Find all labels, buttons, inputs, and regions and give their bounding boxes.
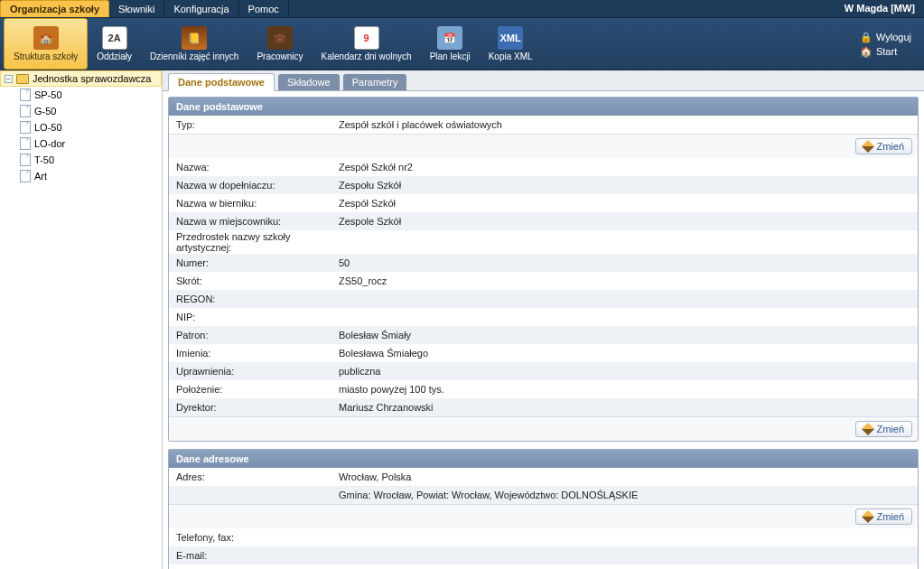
field-label: Adres: bbox=[176, 471, 339, 482]
menu-slowniki[interactable]: Słowniki bbox=[109, 0, 164, 17]
class-icon: 2A bbox=[102, 26, 127, 50]
field-label: Nazwa w dopełniaczu: bbox=[176, 180, 339, 191]
zmien-label: Zmień bbox=[876, 141, 904, 152]
data-row: NIP: bbox=[169, 308, 918, 326]
tree-item[interactable]: Art bbox=[20, 168, 162, 184]
tree-root[interactable]: − Jednostka sprawozdawcza bbox=[0, 70, 162, 87]
field-value: Zespół Szkół nr2 bbox=[339, 162, 910, 173]
subtab-dane-podstawowe[interactable]: Dane podstawowe bbox=[168, 73, 275, 91]
ribbon-pracownicy[interactable]: 💼 Pracownicy bbox=[247, 18, 312, 70]
field-label: Patron: bbox=[176, 330, 339, 340]
ribbon-kalendarz[interactable]: 9 Kalendarz dni wolnych bbox=[313, 18, 421, 70]
pencil-icon bbox=[862, 510, 874, 523]
tree-item[interactable]: LO-50 bbox=[20, 119, 162, 135]
field-value: Zespołu Szkół bbox=[339, 180, 910, 191]
field-value: miasto powyżej 100 tys. bbox=[339, 384, 910, 395]
folder-icon bbox=[16, 74, 29, 84]
current-user: W Magda [MW] bbox=[835, 0, 924, 17]
panel-dane-adresowe: Dane adresowe Adres:Wrocław, PolskaGmina… bbox=[168, 449, 919, 569]
panel-header: Dane adresowe bbox=[169, 450, 918, 468]
menu-organizacja[interactable]: Organizacja szkoły bbox=[0, 0, 109, 17]
data-row: Położenie:miasto powyżej 100 tys. bbox=[169, 380, 918, 398]
zmien-button[interactable]: Zmień bbox=[855, 508, 912, 525]
tree-item[interactable]: G-50 bbox=[20, 103, 162, 119]
document-icon bbox=[20, 105, 31, 117]
data-row: Dyrektor:Mariusz Chrzanowski bbox=[169, 398, 918, 416]
subtabs: Dane podstawowe Składowe Parametry bbox=[163, 70, 924, 91]
data-row: Uprawnienia:publiczna bbox=[169, 362, 918, 380]
building-icon: 🏫 bbox=[33, 26, 59, 50]
field-value: 50 bbox=[339, 257, 910, 268]
data-row: Numer:50 bbox=[169, 254, 918, 272]
field-label: Dyrektor: bbox=[176, 402, 339, 413]
data-row: Telefony, fax: bbox=[169, 528, 918, 546]
subtab-skladowe[interactable]: Składowe bbox=[278, 74, 340, 90]
right-panel: Dane podstawowe Składowe Parametry Dane … bbox=[163, 70, 924, 569]
field-label: Uprawnienia: bbox=[176, 366, 339, 377]
zmien-label: Zmień bbox=[876, 511, 904, 522]
journal-icon: 📒 bbox=[182, 26, 207, 50]
data-row: Nazwa:Zespół Szkół nr2 bbox=[169, 158, 918, 176]
tree-item[interactable]: SP-50 bbox=[20, 87, 162, 103]
tree-item-label: T-50 bbox=[34, 154, 54, 165]
field-label: Telefony, fax: bbox=[176, 532, 339, 543]
data-row: Adres:Wrocław, Polska bbox=[169, 468, 918, 486]
ribbon-struktura-szkoly[interactable]: 🏫 Struktura szkoły bbox=[4, 18, 88, 70]
ribbon-label: Oddziały bbox=[97, 51, 132, 61]
menu-pomoc[interactable]: Pomoc bbox=[239, 0, 289, 17]
tree-item-label: G-50 bbox=[34, 106, 56, 117]
logout-label: Wyloguj bbox=[876, 32, 911, 42]
field-label: Nazwa w bierniku: bbox=[176, 198, 339, 209]
ribbon-label: Struktura szkoły bbox=[14, 51, 78, 61]
field-value: Bolesław Śmiały bbox=[339, 330, 910, 340]
pencil-icon bbox=[862, 140, 874, 153]
subtab-parametry[interactable]: Parametry bbox=[343, 74, 407, 90]
start-label: Start bbox=[876, 46, 897, 57]
ribbon-oddzialy[interactable]: 2A Oddziały bbox=[88, 18, 141, 70]
tree-panel: − Jednostka sprawozdawcza SP-50G-50LO-50… bbox=[0, 70, 163, 569]
field-value: Mariusz Chrzanowski bbox=[339, 402, 910, 413]
logout-link[interactable]: 🔒 Wyloguj bbox=[860, 32, 911, 42]
panel-dane-podstawowe: Dane podstawowe Typ:Zespół szkół i placó… bbox=[168, 97, 919, 442]
ribbon-dzienniki[interactable]: 📒 Dzienniki zajęć innych bbox=[141, 18, 247, 70]
pencil-icon bbox=[862, 423, 874, 435]
tree-root-label: Jednostka sprawozdawcza bbox=[33, 73, 151, 84]
document-icon bbox=[20, 170, 31, 182]
ribbon-right-actions: 🔒 Wyloguj 🏠 Start bbox=[860, 32, 920, 57]
ribbon-kopia-xml[interactable]: XML Kopia XML bbox=[480, 18, 542, 70]
field-value: ZS50_rocz bbox=[339, 275, 910, 286]
field-value: Zespół Szkół bbox=[339, 198, 910, 209]
ribbon-label: Dzienniki zajęć innych bbox=[150, 51, 238, 61]
collapse-icon[interactable]: − bbox=[5, 75, 13, 83]
start-link[interactable]: 🏠 Start bbox=[860, 46, 911, 57]
menu-konfiguracja[interactable]: Konfiguracja bbox=[164, 0, 238, 17]
field-label: Numer: bbox=[176, 257, 339, 268]
data-row: Gmina: Wrocław, Powiat: Wrocław, Wojewód… bbox=[169, 486, 918, 504]
zmien-label: Zmień bbox=[876, 424, 904, 434]
tree-item-label: LO-dor bbox=[34, 138, 65, 149]
calendar-icon: 9 bbox=[354, 26, 379, 50]
home-icon: 🏠 bbox=[860, 46, 871, 57]
field-label: Typ: bbox=[176, 119, 339, 130]
field-value: publiczna bbox=[339, 366, 910, 377]
ribbon-label: Pracownicy bbox=[257, 51, 303, 61]
schedule-icon: 📅 bbox=[437, 26, 462, 50]
data-row: Nazwa w miejscowniku:Zespole Szkół bbox=[169, 212, 918, 230]
data-row: Przedrostek nazwy szkoły artystycznej: bbox=[169, 230, 918, 254]
tree-item-label: Art bbox=[34, 171, 47, 182]
field-value: Gmina: Wrocław, Powiat: Wrocław, Wojewód… bbox=[339, 490, 910, 500]
ribbon-plan[interactable]: 📅 Plan lekcji bbox=[421, 18, 480, 70]
tree-item[interactable]: T-50 bbox=[20, 152, 162, 168]
zmien-button[interactable]: Zmień bbox=[855, 138, 912, 154]
ribbon-label: Kopia XML bbox=[489, 51, 533, 61]
field-label: Przedrostek nazwy szkoły artystycznej: bbox=[176, 231, 339, 253]
data-row: Strona www: bbox=[169, 564, 918, 569]
field-label: Imienia: bbox=[176, 348, 339, 359]
tree-item[interactable]: LO-dor bbox=[20, 135, 162, 152]
ribbon-toolbar: 🏫 Struktura szkoły 2A Oddziały 📒 Dzienni… bbox=[0, 18, 924, 70]
document-icon bbox=[20, 89, 31, 101]
data-row: Skrót:ZS50_rocz bbox=[169, 272, 918, 290]
panel-header: Dane podstawowe bbox=[169, 98, 918, 116]
data-row: REGON: bbox=[169, 290, 918, 308]
zmien-button[interactable]: Zmień bbox=[855, 421, 912, 437]
